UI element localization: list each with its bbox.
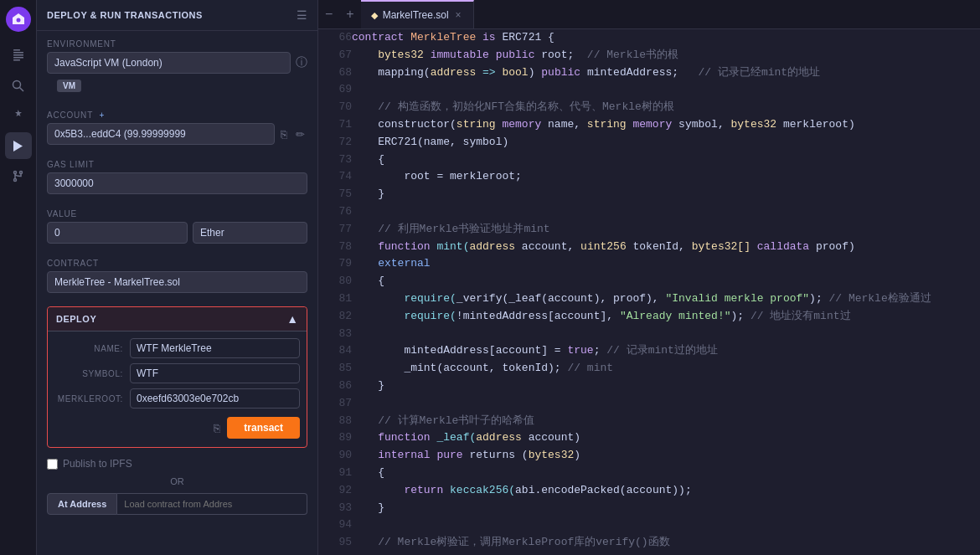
deploy-name-input[interactable] xyxy=(130,338,300,358)
table-row: 76 xyxy=(318,203,980,221)
line-number: 95 xyxy=(318,534,352,552)
line-code: ERC721(name, symbol) xyxy=(352,134,980,152)
line-number: 70 xyxy=(318,99,352,116)
logo-icon[interactable] xyxy=(6,7,31,32)
edit-account-button[interactable]: ✏ xyxy=(293,126,307,142)
line-code: internal pure returns (bytes32) xyxy=(352,447,980,465)
table-row: 73 { xyxy=(318,152,980,169)
environment-info-icon[interactable]: ⓘ xyxy=(296,55,307,70)
tab-close-button[interactable]: × xyxy=(454,9,463,21)
table-row: 82 require(!mintedAddress[account], "Alr… xyxy=(318,308,980,326)
table-row: 94 xyxy=(318,516,980,534)
table-row: 69 xyxy=(318,81,980,99)
contract-row: MerkleTree - MarkelTree.sol xyxy=(37,271,317,300)
environment-select-wrap: JavaScript VM (London) xyxy=(47,52,291,74)
plugin-icon[interactable] xyxy=(5,102,32,129)
deploy-title: DEPLOY xyxy=(56,314,96,324)
deploy-run-icon[interactable] xyxy=(5,132,32,159)
contract-label: CONTRACT xyxy=(37,250,317,271)
value-unit-select[interactable]: Ether Wei Gwei xyxy=(193,222,307,244)
line-code xyxy=(352,516,980,534)
copy-account-button[interactable]: ⎘ xyxy=(278,126,290,142)
panel-title: DEPLOY & RUN TRANSACTIONS xyxy=(47,10,203,20)
line-number: 77 xyxy=(318,221,352,239)
line-number: 90 xyxy=(318,447,352,465)
line-number: 85 xyxy=(318,360,352,378)
transact-button[interactable]: transact xyxy=(227,417,300,439)
line-code: // 构造函数，初始化NFT合集的名称、代号、Merkle树的根 xyxy=(352,99,980,116)
line-number: 67 xyxy=(318,47,352,64)
line-code: constructor(string memory name, string m… xyxy=(352,116,980,134)
deploy-section: DEPLOY ▲ NAME: SYMBOL: MERKLEROOT: ⎘ tra… xyxy=(47,306,307,448)
line-number: 86 xyxy=(318,378,352,395)
table-row: 87 xyxy=(318,395,980,413)
line-code: external xyxy=(352,255,980,273)
gas-limit-input[interactable] xyxy=(47,172,307,194)
deploy-name-row: NAME: xyxy=(54,338,300,358)
line-number: 69 xyxy=(318,81,352,99)
account-select[interactable]: 0x5B3...eddC4 (99.99999999 xyxy=(47,123,275,145)
line-code: contract MerkleTree is ERC721 { xyxy=(352,29,980,47)
line-number: 80 xyxy=(318,273,352,290)
table-row: 66contract MerkleTree is ERC721 { xyxy=(318,29,980,47)
files-icon[interactable] xyxy=(5,42,32,69)
line-code: mapping(address => bool) public mintedAd… xyxy=(352,64,980,82)
svg-rect-4 xyxy=(13,57,23,59)
publish-ipfs-label[interactable]: Publish to IPFS xyxy=(47,458,132,470)
line-code: { xyxy=(352,152,980,169)
line-code xyxy=(352,326,980,343)
line-number: 76 xyxy=(318,203,352,221)
icon-bar xyxy=(0,0,37,555)
environment-select[interactable]: JavaScript VM (London) xyxy=(47,52,291,74)
line-code xyxy=(352,203,980,221)
panel-menu-icon[interactable]: ☰ xyxy=(297,8,307,22)
tab-file-icon: ◆ xyxy=(371,10,378,21)
account-label: ACCOUNT + xyxy=(37,102,317,123)
line-number: 89 xyxy=(318,429,352,447)
deploy-merkleroot-input[interactable] xyxy=(130,388,300,409)
deploy-header: DEPLOY ▲ xyxy=(48,307,307,331)
search-icon[interactable] xyxy=(5,72,32,99)
value-row: Ether Wei Gwei xyxy=(37,222,317,250)
table-row: 89 function _leaf(address account) xyxy=(318,429,980,447)
deploy-collapse-button[interactable]: ▲ xyxy=(286,312,298,326)
table-row: 81 require(_verify(_leaf(account), proof… xyxy=(318,290,980,308)
table-row: 71 constructor(string memory name, strin… xyxy=(318,116,980,134)
line-code: } xyxy=(352,500,980,517)
value-amount-input[interactable] xyxy=(47,222,188,244)
line-code: } xyxy=(352,378,980,395)
svg-point-0 xyxy=(16,18,20,23)
deploy-body: NAME: SYMBOL: MERKLEROOT: ⎘ transact xyxy=(48,331,307,447)
code-editor[interactable]: 66contract MerkleTree is ERC721 {67 byte… xyxy=(318,29,980,555)
table-row: 86 } xyxy=(318,378,980,395)
line-code: return keccak256(abi.encodePacked(accoun… xyxy=(352,482,980,500)
svg-point-6 xyxy=(13,80,21,88)
table-row: 90 internal pure returns (bytes32) xyxy=(318,447,980,465)
gas-limit-row xyxy=(37,172,317,201)
account-plus[interactable]: + xyxy=(99,110,105,120)
table-row: 72 ERC721(name, symbol) xyxy=(318,134,980,152)
zoom-out-button[interactable]: − xyxy=(318,0,339,28)
active-tab[interactable]: ◆ MarkelTree.sol × xyxy=(361,0,474,28)
table-row: 67 bytes32 immutable public root; // Mer… xyxy=(318,47,980,64)
deploy-copy-button[interactable]: ⎘ xyxy=(214,422,220,434)
zoom-in-button[interactable]: + xyxy=(339,0,360,28)
line-number: 66 xyxy=(318,29,352,47)
line-number: 84 xyxy=(318,342,352,360)
svg-marker-8 xyxy=(13,141,23,152)
line-number: 79 xyxy=(318,255,352,273)
gas-limit-label: GAS LIMIT xyxy=(37,152,317,172)
deploy-name-label: NAME: xyxy=(54,344,130,353)
line-number: 78 xyxy=(318,239,352,256)
table-row: 88 // 计算Merkle书叶子的哈希值 xyxy=(318,413,980,430)
publish-ipfs-checkbox[interactable] xyxy=(47,459,58,470)
line-number: 75 xyxy=(318,186,352,203)
git-icon[interactable] xyxy=(5,162,32,189)
table-row: 80 { xyxy=(318,273,980,290)
deploy-symbol-input[interactable] xyxy=(130,363,300,383)
contract-select[interactable]: MerkleTree - MarkelTree.sol xyxy=(47,271,307,293)
table-row: 78 function mint(address account, uint25… xyxy=(318,239,980,256)
line-number: 68 xyxy=(318,64,352,82)
at-address-button[interactable]: At Address xyxy=(47,493,117,515)
load-contract-input[interactable] xyxy=(117,493,307,515)
